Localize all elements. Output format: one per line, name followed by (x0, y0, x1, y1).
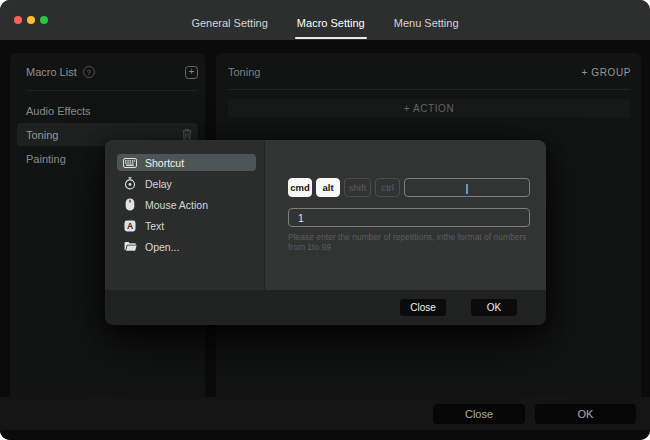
action-type-label: Open... (145, 241, 179, 253)
dialog-ok-button[interactable]: OK (471, 299, 517, 316)
add-action-dialog: Shortcut Delay (105, 140, 546, 325)
dialog-footer: Close OK (105, 290, 546, 325)
mouse-icon (123, 198, 137, 211)
dialog-body: Shortcut Delay (105, 140, 546, 290)
text-icon: A (123, 220, 137, 232)
alt-key-button[interactable]: alt (316, 178, 340, 197)
traffic-lights (14, 16, 48, 24)
action-type-mouse-action[interactable]: Mouse Action (117, 196, 256, 213)
action-type-label: Shortcut (145, 157, 184, 169)
app-window: General Setting Macro Setting Menu Setti… (0, 0, 650, 440)
cmd-key-button[interactable]: cmd (288, 178, 312, 197)
titlebar: General Setting Macro Setting Menu Setti… (0, 0, 650, 40)
ctrl-key-button[interactable]: ctrl (375, 178, 400, 197)
folder-icon (123, 241, 137, 252)
shift-key-button[interactable]: shift (344, 178, 371, 197)
action-type-delay[interactable]: Delay (117, 175, 256, 192)
action-type-shortcut[interactable]: Shortcut (117, 154, 256, 171)
repetitions-input[interactable]: 1 (288, 208, 530, 227)
action-type-label: Delay (145, 178, 172, 190)
close-window-icon[interactable] (14, 16, 22, 24)
action-type-label: Text (145, 220, 164, 232)
shortcut-config-pane: cmd alt shift ctrl | 1 Please enter the … (265, 140, 546, 290)
fullscreen-window-icon[interactable] (40, 16, 48, 24)
action-type-open[interactable]: Open... (117, 238, 256, 255)
stopwatch-icon (123, 177, 137, 190)
minimize-window-icon[interactable] (27, 16, 35, 24)
settings-tabs: General Setting Macro Setting Menu Setti… (189, 0, 460, 40)
shortcut-key-input[interactable]: | (404, 178, 530, 197)
tab-general-setting[interactable]: General Setting (189, 4, 269, 40)
svg-text:A: A (127, 221, 133, 231)
tab-macro-setting[interactable]: Macro Setting (295, 4, 367, 40)
keyboard-icon (123, 158, 137, 168)
text-cursor: | (466, 182, 469, 194)
shortcut-keys-row: cmd alt shift ctrl | (288, 178, 530, 197)
dialog-close-button[interactable]: Close (400, 299, 446, 316)
action-type-label: Mouse Action (145, 199, 208, 211)
action-type-list: Shortcut Delay (105, 140, 265, 290)
action-type-text[interactable]: A Text (117, 217, 256, 234)
repetitions-value: 1 (298, 212, 304, 224)
repetitions-hint: Please enter the number of repetitions, … (288, 232, 530, 252)
tab-menu-setting[interactable]: Menu Setting (392, 4, 461, 40)
